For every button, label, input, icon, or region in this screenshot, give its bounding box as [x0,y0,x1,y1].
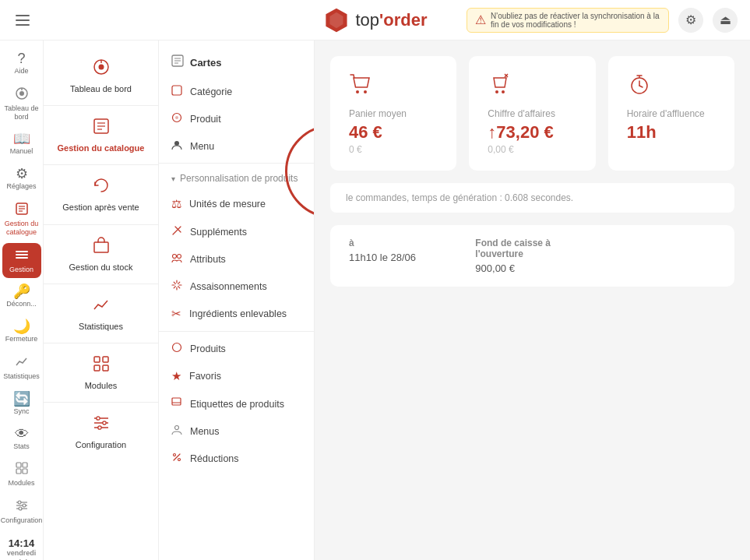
svg-rect-9 [16,251,28,252]
submenu-item-favoris[interactable]: ★ Favoris [159,362,314,390]
panel-item-stock[interactable]: Gestion du stock [44,228,158,280]
panel-item-stats[interactable]: Statistiques [44,287,158,340]
submenu-item-attributs[interactable]: Attributs [159,245,314,273]
panel-item-apres-vente[interactable]: Gestion après vente [44,168,158,220]
sidebar-item-label: Stats [13,442,30,451]
submenu-item-produit[interactable]: Produit [159,105,314,132]
ca-cart-icon [488,72,576,102]
svg-point-57 [364,90,367,93]
submenu-item-menus[interactable]: Menus [159,417,314,445]
sidebar-item-reglages[interactable]: ⚙ Réglages [2,162,41,195]
sidebar-item-label: Gestion du catalogue [4,220,40,237]
svg-point-48 [173,255,177,259]
help-icon: ? [17,51,25,65]
attributs-icon [171,252,182,266]
svg-point-3 [19,91,24,96]
menu-icon [171,424,182,438]
cell-value: 11h10 le 28/06 [349,252,463,263]
logo-hexagon-icon [322,7,349,33]
submenu-section-misc: Produits ★ Favoris Etiquettes de produit… [159,335,314,472]
submenu-item-supplements[interactable]: Suppléments [159,218,314,245]
clock-date: vendredi 28 juin, 2024 [7,549,37,560]
panel-config-icon [92,414,111,437]
submenu-item-categorie[interactable]: Catégorie [159,78,314,105]
submenu-header[interactable]: Cartes [159,47,314,78]
svg-rect-51 [172,398,181,405]
submenu-item-reductions[interactable]: Réductions [159,445,314,472]
svg-point-56 [356,90,359,93]
panel-divider [44,224,158,225]
submenu-item-menu[interactable]: Menu [159,132,314,160]
sidebar-item-label: Fermeture [5,335,38,343]
categorie-icon [171,85,182,98]
ca-sub: 0,00 € [488,144,576,155]
sidebar-item-fermeture[interactable]: 🌙 Fermeture [2,315,41,348]
sidebar-item-tableau[interactable]: Tableau de bord [2,82,41,126]
settings-button[interactable]: ⚙ [678,8,703,33]
sync-warning: ⚠ N'oubliez pas de réactiver la synchron… [467,8,669,33]
chevron-down-icon: ▾ [171,174,175,183]
produit-icon [171,112,182,125]
panel-modules-icon [92,354,111,378]
panel-item-label: Gestion du stock [69,262,133,273]
sidebar-item-statistiques[interactable]: Statistiques [2,350,41,386]
panel-divider [44,343,158,343]
bottom-grid: à 11h10 le 28/06 Fond de caisse à l'ouve… [349,238,716,274]
svg-point-53 [175,426,179,430]
panel-catalog-icon [92,117,111,140]
panel-item-catalogue[interactable]: Gestion du catalogue [44,109,158,161]
scissors-icon: ✂ [171,307,181,321]
sidebar-item-deconnect[interactable]: 🔑 Déconn... [2,280,41,313]
panel-item-label: Tableau de bord [70,84,132,94]
svg-point-59 [502,90,505,93]
svg-rect-15 [23,469,27,474]
logout-button[interactable]: ⏏ [713,8,738,33]
svg-point-37 [96,417,99,420]
gestion-icon [15,248,29,264]
submenu-item-assaisonnements[interactable]: Assaisonnements [159,273,314,300]
submenu-item-label: Unités de mesure [189,199,266,210]
sidebar-item-configuration[interactable]: Configuration [2,494,41,530]
sidebar-item-sync[interactable]: 🔄 Sync [2,387,41,421]
panel-dashboard-icon [92,58,111,81]
submenu-item-label: Attributs [190,254,226,265]
submenu-item-label: Catégorie [190,86,232,97]
cell-title: Fond de caisse à l'ouverture [475,238,589,259]
sidebar-item-label: Tableau de bord [4,104,40,122]
panel-stats-icon [92,295,111,319]
submenu-item-unites[interactable]: ⚖ Unités de mesure [159,190,314,218]
panel-item-modules[interactable]: Modules [44,347,158,399]
sidebar-item-catalogue[interactable]: Gestion du catalogue [2,197,41,241]
svg-point-50 [173,343,181,352]
submenu-item-label: Favoris [189,371,221,382]
sidebar-item-label: Configuration [1,516,43,525]
nav-clock: 14:14 vendredi 28 juin, 2024 [4,531,40,560]
sidebar-item-manuel[interactable]: 📖 Manuel [2,127,41,160]
submenu-header-label: Cartes [190,57,221,69]
horaire-value: 11h [627,122,716,143]
svg-line-64 [639,86,643,87]
sidebar-item-stats-eye[interactable]: 👁 Stats [2,422,41,456]
svg-rect-32 [94,365,100,371]
panel-divider [44,105,158,106]
horaire-card: Horaire d'affluence 11h [608,56,734,171]
submenu-item-ingredients[interactable]: ✂ Ingrédients enlevables [159,300,314,328]
sidebar-item-gestion[interactable]: Gestion [2,243,41,279]
submenu-item-label: Suppléments [190,227,247,238]
panel-item-tableau[interactable]: Tableau de bord [44,50,158,102]
svg-rect-12 [16,463,21,467]
ouverture-cell: à 11h10 le 28/06 [349,238,463,274]
svg-rect-33 [103,365,108,371]
sidebar-item-modules[interactable]: Modules [2,456,41,492]
submenu-item-etiquettes[interactable]: Etiquettes de produits [159,390,314,417]
submenu-collapse-perso[interactable]: ▾ Personnalisation de produits [159,167,314,190]
dashboard-icon [15,86,29,103]
hamburger-menu[interactable] [12,12,33,29]
panel-item-config[interactable]: Configuration [44,406,158,458]
sidebar-item-aide[interactable]: ? Aide [2,47,41,80]
svg-point-20 [23,504,26,507]
submenu-item-produits[interactable]: Produits [159,335,314,362]
warning-text: N'oubliez pas de réactiver la synchronis… [491,12,660,29]
panier-cart-icon [349,72,438,102]
sidebar-item-label: Gestion [9,266,33,274]
